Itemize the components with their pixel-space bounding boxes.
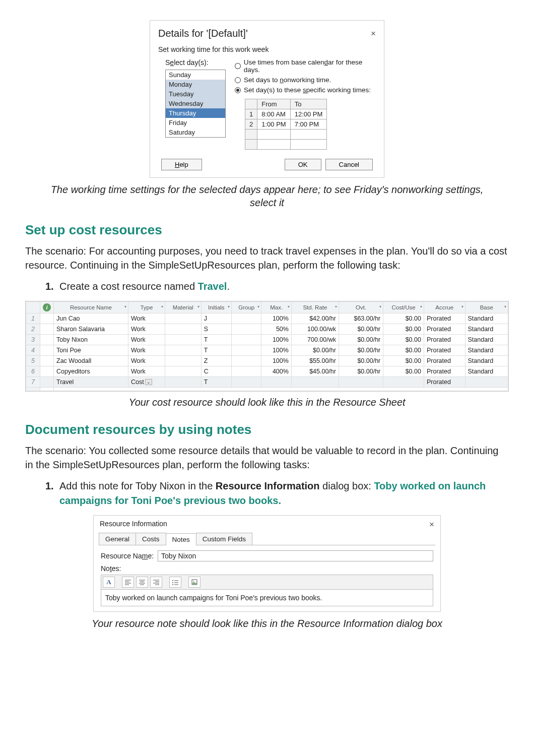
cell-initials[interactable]: Z (201, 356, 231, 366)
resource-name-input[interactable]: Toby Nixon (158, 550, 433, 561)
bullet-list-icon[interactable] (169, 577, 181, 588)
day-tuesday[interactable]: Tuesday (166, 89, 225, 99)
cell-base[interactable]: Standard (465, 313, 508, 324)
cell-cost-use[interactable]: $0.00 (383, 345, 424, 356)
tab-custom-fields[interactable]: Custom Fields (196, 533, 252, 545)
col-type[interactable]: Type (128, 302, 165, 313)
radio-base-calendar[interactable]: Use times from base calendar for these d… (235, 58, 376, 74)
font-button[interactable]: A (103, 577, 115, 588)
cell-base[interactable]: Standard (465, 324, 508, 335)
col-initials[interactable]: Initials (201, 302, 231, 313)
to-cell[interactable]: 7:00 PM (290, 119, 327, 130)
cell-std-rate[interactable] (291, 377, 339, 388)
day-friday[interactable]: Friday (166, 118, 225, 128)
insert-object-icon[interactable] (188, 577, 201, 588)
cell-material[interactable] (165, 345, 201, 356)
to-cell[interactable]: 12:00 PM (290, 109, 327, 119)
cell-base[interactable] (465, 377, 508, 388)
cell-initials[interactable]: S (201, 324, 231, 335)
cell-max[interactable]: 100% (261, 345, 291, 356)
cell-group[interactable] (231, 345, 261, 356)
cell-accrue[interactable]: Prorated (424, 377, 465, 388)
help-button[interactable]: Help (161, 159, 202, 170)
cell-name[interactable]: Jun Cao (54, 313, 128, 324)
cell-ovt[interactable] (339, 377, 383, 388)
col-std-rate[interactable]: Std. Rate (291, 302, 339, 313)
day-sunday[interactable]: Sunday (166, 70, 225, 80)
cell-name[interactable]: Copyeditors (54, 366, 128, 377)
cell-base[interactable]: Standard (465, 345, 508, 356)
cell-group[interactable] (231, 324, 261, 335)
cell-base[interactable]: Standard (465, 335, 508, 345)
cell-std-rate[interactable]: 100.00/wk (291, 324, 339, 335)
cell-initials[interactable]: T (201, 377, 231, 388)
cell-type[interactable]: Work (128, 366, 165, 377)
col-cost-use[interactable]: Cost/Use (383, 302, 424, 313)
cell-max[interactable]: 50% (261, 324, 291, 335)
cell-accrue[interactable]: Prorated (424, 324, 465, 335)
radio-nonworking[interactable]: Set days to nonworking time. (235, 76, 376, 84)
cell-accrue[interactable]: Prorated (424, 356, 465, 366)
from-cell[interactable]: 8:00 AM (257, 109, 290, 119)
cell-accrue[interactable]: Prorated (424, 335, 465, 345)
cell-type[interactable]: Work (128, 324, 165, 335)
cell-max[interactable]: 100% (261, 356, 291, 366)
cell-initials[interactable]: J (201, 313, 231, 324)
cell-group[interactable] (231, 377, 261, 388)
cell-base[interactable]: Standard (465, 356, 508, 366)
day-listbox[interactable]: Sunday Monday Tuesday Wednesday Thursday… (165, 70, 226, 138)
cell-accrue[interactable]: Prorated (424, 345, 465, 356)
cell-ovt[interactable]: $0.00/hr (339, 366, 383, 377)
cell-max[interactable]: 100% (261, 313, 291, 324)
cell-material[interactable] (165, 324, 201, 335)
cell-std-rate[interactable]: $42.00/hr (291, 313, 339, 324)
cell-cost-use[interactable]: $0.00 (383, 366, 424, 377)
cancel-button[interactable]: Cancel (325, 159, 373, 170)
cell-material[interactable] (165, 377, 201, 388)
cell-std-rate[interactable]: 700.00/wk (291, 335, 339, 345)
cell-initials[interactable]: T (201, 335, 231, 345)
cell-type[interactable]: Work (128, 345, 165, 356)
col-material[interactable]: Material (165, 302, 201, 313)
close-icon[interactable]: × (429, 520, 434, 530)
cell-type[interactable]: Cost⌄ (128, 377, 165, 388)
cell-group[interactable] (231, 335, 261, 345)
cell-material[interactable] (165, 335, 201, 345)
day-wednesday[interactable]: Wednesday (166, 99, 225, 108)
cell-cost-use[interactable]: $0.00 (383, 324, 424, 335)
cell-material[interactable] (165, 366, 201, 377)
cell-cost-use[interactable]: $0.00 (383, 356, 424, 366)
cell-ovt[interactable]: $0.00/hr (339, 324, 383, 335)
col-accrue[interactable]: Accrue (424, 302, 465, 313)
cell-std-rate[interactable]: $45.00/hr (291, 366, 339, 377)
align-right-icon[interactable] (150, 577, 162, 588)
cell-group[interactable] (231, 356, 261, 366)
cell-type[interactable]: Work (128, 335, 165, 345)
cell-accrue[interactable]: Prorated (424, 366, 465, 377)
radio-specific-times[interactable]: Set day(s) to these specific working tim… (235, 86, 376, 94)
cell-std-rate[interactable]: $0.00/hr (291, 345, 339, 356)
align-center-icon[interactable] (136, 577, 148, 588)
tab-general[interactable]: General (99, 533, 136, 545)
cell-name[interactable]: Sharon Salavaria (54, 324, 128, 335)
cell-ovt[interactable]: $0.00/hr (339, 335, 383, 345)
cell-initials[interactable]: T (201, 345, 231, 356)
align-left-icon[interactable] (122, 577, 134, 588)
cell-max[interactable]: 100% (261, 335, 291, 345)
ok-button[interactable]: OK (285, 159, 321, 170)
tab-notes[interactable]: Notes (166, 533, 196, 545)
cell-name[interactable]: Toby Nixon (54, 335, 128, 345)
col-group[interactable]: Group (231, 302, 261, 313)
cell-material[interactable] (165, 356, 201, 366)
cell-cost-use[interactable]: $0.00 (383, 313, 424, 324)
day-monday[interactable]: Monday (166, 80, 225, 89)
cell-cost-use[interactable]: $0.00 (383, 335, 424, 345)
day-saturday[interactable]: Saturday (166, 128, 225, 137)
col-base[interactable]: Base (465, 302, 508, 313)
close-icon[interactable]: × (371, 29, 376, 39)
cell-ovt[interactable]: $0.00/hr (339, 345, 383, 356)
cell-name[interactable]: Toni Poe (54, 345, 128, 356)
day-thursday[interactable]: Thursday (166, 108, 225, 118)
tab-costs[interactable]: Costs (136, 533, 166, 545)
cell-accrue[interactable]: Prorated (424, 313, 465, 324)
